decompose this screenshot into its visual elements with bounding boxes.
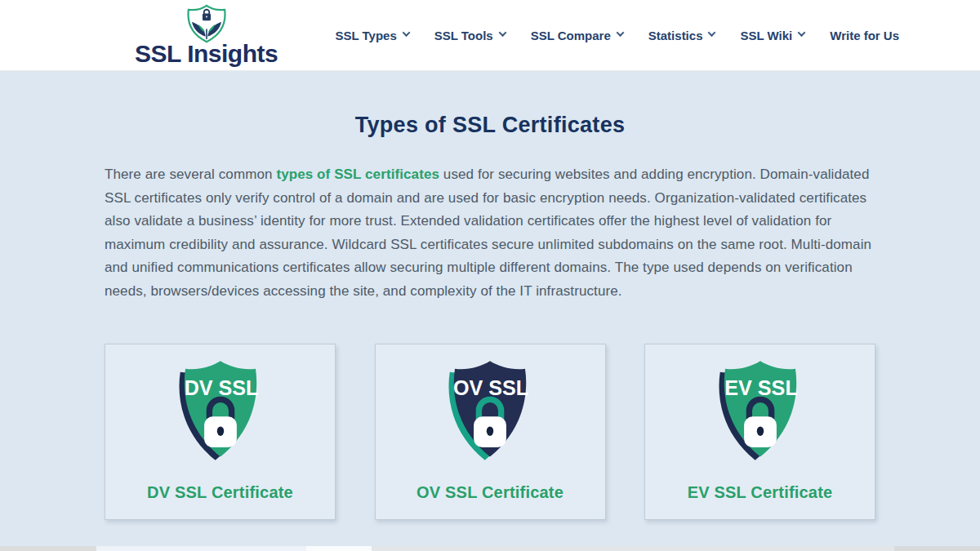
edge-segment [96, 546, 306, 551]
nav-item-statistics[interactable]: Statistics [648, 29, 715, 42]
intro-paragraph: There are several common types of SSL ce… [105, 163, 875, 304]
site-header: SSL Insights SSL Types SSL Tools SSL Com… [0, 0, 980, 71]
nav-item-write-for-us[interactable]: Write for Us [830, 29, 899, 42]
brand-name: SSL Insights [135, 42, 278, 66]
edge-segment [894, 546, 980, 551]
certificate-card-title[interactable]: OV SSL Certificate [416, 483, 564, 502]
nav-item-label: SSL Compare [531, 29, 611, 42]
next-section-edge [0, 546, 980, 551]
shield-badge-text: OV SSL [453, 376, 528, 399]
chevron-down-icon [798, 29, 806, 37]
shield-badge-icon: DV SSL [161, 357, 280, 464]
main-nav: SSL Types SSL Tools SSL Compare Statisti… [335, 29, 899, 42]
certificate-card-ov[interactable]: OV SSL OV SSL Certificate [375, 344, 606, 520]
certificate-card-dv[interactable]: DV SSL DV SSL Certificate [105, 344, 336, 520]
ssl-types-section: Types of SSL Certificates There are seve… [0, 71, 980, 551]
certificate-card-title[interactable]: DV SSL Certificate [147, 483, 293, 502]
nav-item-ssl-types[interactable]: SSL Types [335, 29, 408, 42]
shield-badge-text: EV SSL [724, 376, 797, 399]
nav-item-ssl-compare[interactable]: SSL Compare [531, 29, 623, 42]
chevron-down-icon [708, 29, 716, 37]
edge-segment [372, 546, 894, 551]
certificate-card-title[interactable]: EV SSL Certificate [688, 483, 833, 502]
site-logo[interactable]: SSL Insights [135, 4, 278, 66]
intro-text-after: used for securing websites and adding en… [105, 167, 871, 299]
chevron-down-icon [402, 29, 410, 37]
edge-segment [306, 546, 372, 551]
chevron-down-icon [498, 29, 506, 37]
nav-item-label: SSL Tools [434, 29, 493, 42]
certificate-card-ev[interactable]: EV SSL EV SSL Certificate [644, 344, 875, 520]
edge-segment [0, 546, 96, 551]
logo-shield-icon [183, 4, 230, 43]
chevron-down-icon [616, 29, 624, 37]
certificate-cards-row: DV SSL DV SSL Certificate OV SSL OV SSL … [105, 344, 875, 520]
nav-item-label: SSL Wiki [740, 29, 792, 42]
intro-text-before: There are several common [105, 167, 276, 182]
shield-badge-icon: EV SSL [701, 357, 820, 464]
page-title: Types of SSL Certificates [0, 113, 980, 138]
shield-badge-icon: OV SSL [430, 357, 550, 464]
nav-item-ssl-wiki[interactable]: SSL Wiki [740, 29, 804, 42]
nav-item-ssl-tools[interactable]: SSL Tools [434, 29, 506, 42]
nav-item-label: Statistics [648, 29, 703, 42]
ssl-types-link[interactable]: types of SSL certificates [276, 167, 439, 182]
nav-item-label: SSL Types [335, 29, 396, 42]
shield-badge-text: DV SSL [184, 376, 258, 399]
nav-item-label: Write for Us [830, 29, 899, 42]
